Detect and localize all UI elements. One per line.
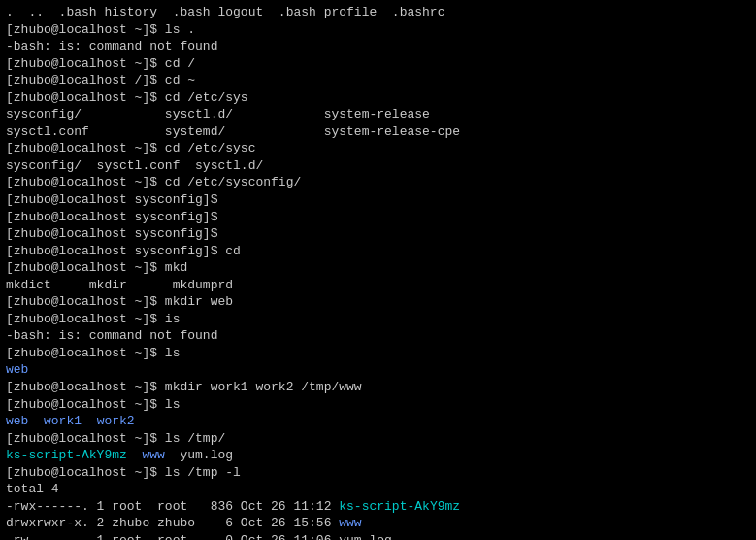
terminal-line: sysconfig/ sysctl.conf sysctl.d/ [6, 157, 750, 175]
terminal-line: sysctl.conf systemd/ system-release-cpe [6, 123, 750, 141]
terminal-line: sysconfig/ sysctl.d/ system-release [6, 106, 750, 123]
terminal-line: web work1 work2 [6, 413, 750, 430]
terminal-line: [zhubo@localhost ~]$ cd /etc/sysc [6, 140, 750, 157]
terminal-line: drwxrwxr-x. 2 zhubo zhubo 6 Oct 26 15:56… [6, 515, 750, 532]
terminal-line: [zhubo@localhost ~]$ mkdir web [6, 293, 750, 311]
terminal-line: [zhubo@localhost ~]$ cd /etc/sys [6, 89, 750, 107]
terminal-line: mkdict mkdir mkdumprd [6, 277, 750, 294]
terminal-line: [zhubo@localhost ~]$ mkdir work1 work2 /… [6, 379, 750, 396]
terminal-line: -rwx------. 1 root root 836 Oct 26 11:12… [6, 498, 750, 516]
terminal-line: [zhubo@localhost ~]$ ls /tmp -l [6, 464, 750, 482]
terminal-line: total 4 [6, 481, 750, 498]
terminal-line: [zhubo@localhost ~]$ ls [6, 396, 750, 414]
terminal-line: [zhubo@localhost ~]$ cd / [6, 55, 750, 73]
terminal-line: -bash: is: command not found [6, 327, 750, 345]
terminal-line: [zhubo@localhost ~]$ is [6, 311, 750, 328]
terminal-line: web [6, 361, 750, 379]
terminal-line: [zhubo@localhost ~]$ ls [6, 345, 750, 362]
terminal-line: [zhubo@localhost ~]$ ls . [6, 21, 750, 39]
terminal-line: [zhubo@localhost ~]$ mkd [6, 259, 750, 277]
terminal-line: [zhubo@localhost sysconfig]$ cd [6, 243, 750, 260]
terminal-window[interactable]: . .. .bash_history .bash_logout .bash_pr… [0, 0, 756, 540]
terminal-line: [zhubo@localhost ~]$ ls /tmp/ [6, 430, 750, 448]
terminal-line: -rw-------. 1 root root 0 Oct 26 11:06 y… [6, 532, 750, 540]
terminal-line: [zhubo@localhost /]$ cd ~ [6, 72, 750, 89]
terminal-line: [zhubo@localhost ~]$ cd /etc/sysconfig/ [6, 174, 750, 191]
terminal-line: -bash: is: command not found [6, 38, 750, 55]
terminal-line: [zhubo@localhost sysconfig]$ [6, 225, 750, 243]
terminal-line: [zhubo@localhost sysconfig]$ [6, 209, 750, 226]
terminal-line: ks-script-AkY9mz www yum.log [6, 447, 750, 464]
terminal-line: [zhubo@localhost sysconfig]$ [6, 191, 750, 209]
terminal-line: . .. .bash_history .bash_logout .bash_pr… [6, 4, 750, 21]
